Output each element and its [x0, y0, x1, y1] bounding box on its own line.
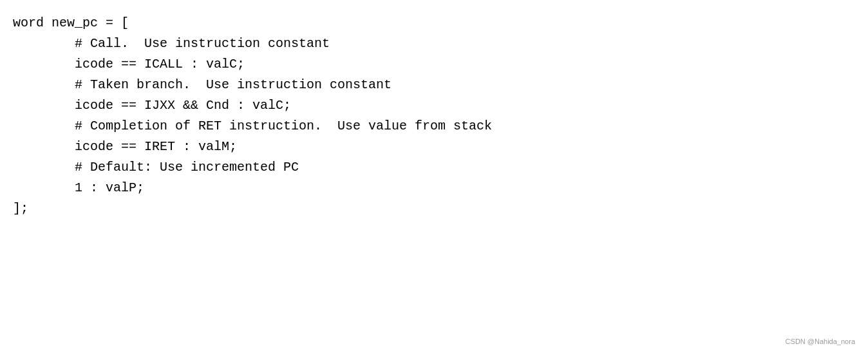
code-line-2: # Call. Use instruction constant [13, 33, 855, 54]
watermark: CSDN @Nahida_nora [786, 338, 855, 345]
code-container: word new_pc = [ # Call. Use instruction … [0, 0, 868, 353]
code-line-10: ]; [13, 198, 855, 219]
code-line-5: icode == IJXX && Cnd : valC; [13, 95, 855, 116]
code-line-4: # Taken branch. Use instruction constant [13, 75, 855, 95]
code-line-3: icode == ICALL : valC; [13, 54, 855, 75]
code-line-1: word new_pc = [ [13, 13, 855, 33]
code-block: word new_pc = [ # Call. Use instruction … [13, 13, 855, 219]
code-line-9: 1 : valP; [13, 178, 855, 198]
code-line-8: # Default: Use incremented PC [13, 157, 855, 178]
code-line-6: # Completion of RET instruction. Use val… [13, 116, 855, 137]
code-line-7: icode == IRET : valM; [13, 137, 855, 157]
